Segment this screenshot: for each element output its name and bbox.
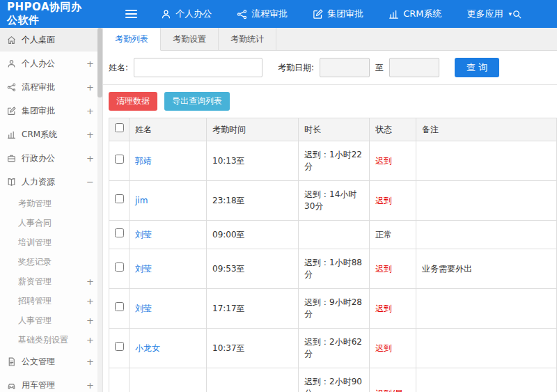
- sidebar-item-vehicle-management[interactable]: 用车管理 +: [0, 373, 102, 392]
- expand-plus-icon[interactable]: +: [86, 380, 94, 391]
- expand-plus-icon[interactable]: +: [86, 296, 94, 306]
- table-row: 刘莹17:17至迟到：9小时28分迟到: [109, 289, 557, 329]
- sidebar-subitem-personnel[interactable]: 人事管理 +: [0, 311, 102, 330]
- date-label: 考勤日期:: [278, 62, 314, 74]
- sidebar-subitem-rewards[interactable]: 奖惩记录: [0, 252, 102, 272]
- search-icon[interactable]: [512, 9, 522, 19]
- sidebar-item-desktop[interactable]: 个人桌面: [0, 28, 102, 52]
- bar-chart-icon: [389, 9, 399, 19]
- col-header-duration: 时长: [299, 118, 370, 141]
- menu-icon[interactable]: [125, 10, 137, 18]
- sidebar-item-admin-office[interactable]: 行政办公 +: [0, 146, 102, 170]
- search-button[interactable]: 查 询: [455, 58, 499, 77]
- sidebar-subitem-hr-contract[interactable]: 人事合同: [0, 213, 102, 233]
- attendance-time-cell: 17:17至: [207, 289, 299, 329]
- employee-name-link[interactable]: 小龙女: [135, 343, 160, 353]
- date-end-input[interactable]: [389, 58, 439, 77]
- employee-name-link[interactable]: jim: [135, 196, 148, 205]
- employee-name-cell: jim: [130, 181, 207, 221]
- employee-name-link[interactable]: 郭靖: [135, 156, 152, 166]
- clear-data-button[interactable]: 清理数据: [109, 92, 157, 111]
- date-start-input[interactable]: [320, 58, 370, 77]
- duration-cell: 迟到：1小时22分: [299, 141, 370, 181]
- expand-plus-icon[interactable]: +: [86, 335, 94, 345]
- nav-group-approval[interactable]: 集团审批: [313, 8, 363, 20]
- nav-more-apps[interactable]: 更多应用 ▾: [466, 8, 512, 20]
- export-list-button[interactable]: 导出查询列表: [164, 92, 230, 111]
- sidebar-subitem-recruitment[interactable]: 招聘管理 +: [0, 291, 102, 311]
- sidebar-item-personal-office[interactable]: 个人办公 +: [0, 52, 102, 75]
- sidebar-subitem-attendance[interactable]: 考勤管理: [0, 194, 102, 213]
- employee-name-link[interactable]: 刘莹: [135, 230, 152, 240]
- sidebar-subitem-base-category[interactable]: 基础类别设置 +: [0, 330, 102, 350]
- table-row: 管理员10:54至10:54迟到：2小时90分 早退：7小时10分迟到/早退11…: [109, 368, 557, 392]
- row-checkbox[interactable]: [115, 155, 124, 164]
- nav-workflow-approval[interactable]: 流程审批: [237, 8, 288, 20]
- sidebar-item-workflow-approval[interactable]: 流程审批 +: [0, 75, 102, 99]
- expand-plus-icon[interactable]: +: [86, 153, 94, 164]
- tab-attendance-settings[interactable]: 考勤设置: [161, 28, 219, 50]
- attendance-time-cell: 10:37至: [207, 329, 299, 368]
- nav-label: 更多应用: [466, 8, 503, 20]
- sidebar-item-crm[interactable]: CRM系统 +: [0, 123, 102, 146]
- workflow-icon: [7, 83, 16, 92]
- workflow-icon: [237, 9, 247, 19]
- expand-plus-icon[interactable]: +: [86, 315, 94, 326]
- home-icon: [7, 36, 16, 45]
- note-cell: [416, 181, 557, 221]
- duration-cell: 迟到：2小时62分: [299, 329, 370, 368]
- attendance-time-cell: 09:00至: [207, 221, 299, 249]
- filter-bar: 姓名: 考勤日期: 至 查 询: [103, 51, 557, 85]
- sidebar-item-group-approval[interactable]: 集团审批 +: [0, 99, 102, 123]
- status-cell: 迟到/早退: [370, 368, 416, 392]
- nav-label: CRM系统: [403, 8, 441, 20]
- sidebar-subitem-salary[interactable]: 薪资管理 +: [0, 272, 102, 291]
- note-cell: [416, 221, 557, 249]
- row-checkbox[interactable]: [115, 342, 124, 351]
- select-all-checkbox[interactable]: [115, 123, 124, 132]
- top-nav: 个人办公 流程审批 集团审批 CRM系统 更多应用 ▾: [161, 8, 512, 20]
- nav-crm-system[interactable]: CRM系统: [389, 8, 441, 20]
- app-logo[interactable]: PHPOA协同办公软件: [0, 1, 89, 27]
- row-checkbox[interactable]: [115, 228, 124, 237]
- expand-plus-icon[interactable]: +: [86, 130, 94, 140]
- sidebar-subitem-training[interactable]: 培训管理: [0, 233, 102, 252]
- note-cell: [416, 141, 557, 181]
- to-label: 至: [375, 62, 384, 74]
- user-icon: [7, 59, 16, 68]
- row-checkbox[interactable]: [115, 194, 124, 203]
- table-header-row: 姓名 考勤时间 时长 状态 备注: [109, 118, 557, 141]
- status-cell: 迟到: [370, 329, 416, 368]
- employee-name-link[interactable]: 刘莹: [135, 304, 152, 313]
- tab-attendance-stats[interactable]: 考勤统计: [219, 28, 276, 50]
- duration-cell: 迟到：9小时28分: [299, 289, 370, 329]
- duration-cell: 迟到：2小时90分 早退：7小时10分: [299, 368, 370, 392]
- row-checkbox[interactable]: [115, 262, 124, 272]
- name-input[interactable]: [134, 58, 262, 77]
- nav-label: 集团审批: [327, 8, 363, 20]
- sidebar-item-hr[interactable]: 人力资源 −: [0, 170, 102, 194]
- sidebar-scrollbar[interactable]: [97, 28, 102, 392]
- expand-plus-icon[interactable]: +: [86, 106, 94, 116]
- col-header-time: 考勤时间: [207, 118, 299, 141]
- expand-plus-icon[interactable]: +: [86, 356, 94, 367]
- row-checkbox[interactable]: [115, 302, 124, 311]
- status-cell: 正常: [370, 221, 416, 249]
- top-header: PHPOA协同办公软件 个人办公 流程审批 集团审批 CRM系统 更多应用 ▾: [0, 0, 557, 28]
- edit-icon: [313, 9, 323, 19]
- expand-plus-icon[interactable]: +: [86, 276, 94, 287]
- employee-name-link[interactable]: 刘莹: [135, 264, 152, 274]
- table-row: 小龙女10:37至迟到：2小时62分迟到: [109, 329, 557, 368]
- tab-attendance-list[interactable]: 考勤列表: [103, 28, 161, 51]
- expand-plus-icon[interactable]: +: [86, 58, 94, 69]
- sidebar-item-doc-management[interactable]: 公文管理 +: [0, 350, 102, 373]
- book-icon: [7, 178, 16, 187]
- expand-plus-icon[interactable]: +: [86, 82, 94, 93]
- employee-name-cell: 刘莹: [130, 249, 207, 289]
- status-cell: 迟到: [370, 141, 416, 181]
- nav-personal-office[interactable]: 个人办公: [161, 8, 212, 20]
- note-cell: 1111: [416, 368, 557, 392]
- name-label: 姓名:: [109, 62, 128, 74]
- collapse-minus-icon[interactable]: −: [86, 177, 94, 187]
- col-header-status: 状态: [370, 118, 416, 141]
